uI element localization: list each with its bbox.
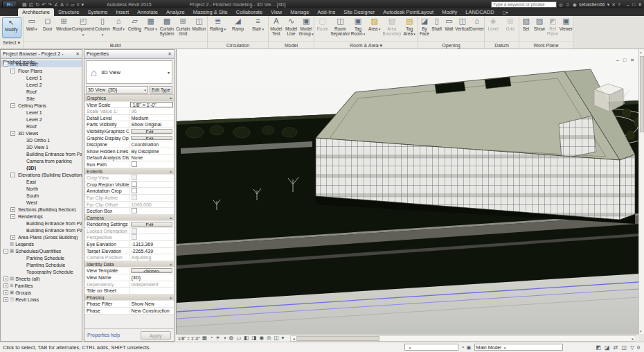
property-row[interactable]: Camera Position Adjusting [84,254,174,261]
property-row[interactable]: Visibility/Graphics Ov... Edit... [84,128,174,135]
tree-item[interactable]: Parking Schedule [1,254,82,261]
property-row[interactable]: Graphic Display Opti... Edit... [84,135,174,142]
tree-expander-icon[interactable] [19,89,24,94]
infocenter-icon[interactable]: ◉ [573,1,577,8]
tree-expander-icon[interactable] [3,242,8,247]
property-row[interactable]: View Name {3D} [84,274,174,281]
tree-item[interactable]: Level 1 [1,74,82,81]
close-icon[interactable]: ✕ [75,50,80,58]
property-row[interactable]: Graphics [84,95,174,102]
ribbon-button[interactable]: ▢ Room [314,17,331,31]
qat-icon[interactable]: ↻ [35,1,39,8]
ribbon-button[interactable]: ▦ Floor [143,17,159,32]
tree-item[interactable]: East [1,178,82,185]
scrollbar-thumb[interactable] [640,56,644,132]
property-row[interactable]: Title on Sheet [84,288,174,294]
window-control[interactable]: – [627,1,629,8]
tree-expander-icon[interactable] [19,228,24,233]
tree-expander-icon[interactable] [19,124,24,129]
select-dropdown[interactable]: Select ▾ [3,38,20,46]
property-row[interactable]: Far Clip Offset 1000.000 [84,202,174,209]
scale-button[interactable]: 1/8" = 1'-0" [178,336,200,341]
tree-item[interactable]: Building Entrance from Parking Lot [1,227,82,234]
tree-item[interactable]: − ▤ Views (all) [1,60,82,67]
tree-item[interactable]: Planting Schedule [1,261,82,268]
panel-label-circulation[interactable]: Circulation [208,41,268,49]
properties-help-link[interactable]: Properties help [87,333,120,337]
property-row[interactable]: Dependency Independent [84,281,174,288]
status-toggle-icon[interactable]: ◫ [621,344,627,351]
view-window-control[interactable]: ✕ [630,58,634,63]
tree-expander-icon[interactable] [19,263,24,267]
tree-item[interactable]: South [1,192,82,199]
tree-item[interactable]: − Floor Plans [1,67,82,74]
tree-expander-icon[interactable] [19,138,24,143]
ribbon-button[interactable]: ▩ Curtain System [159,17,175,36]
qat-icon[interactable]: ▤ [22,1,27,8]
tree-item[interactable]: + Sections (Building Section) [1,206,82,213]
modify-button[interactable]: ↖ Modify [2,17,21,38]
scroll-left-icon[interactable]: ◂ [291,336,296,341]
ribbon-button[interactable]: ◫ Room Separator [331,17,350,36]
tree-expander-icon[interactable]: − [3,62,8,67]
panel-label-build[interactable]: Build [24,41,207,49]
property-row[interactable]: Show Hidden Lines By Discipline [84,148,174,155]
ribbon-button[interactable]: ∿ Model Line [284,17,299,36]
tree-item[interactable]: Building Entrance from Parking Lot [1,220,82,227]
tree-item[interactable]: + ▣ Groups [1,289,82,296]
ribbon-button[interactable]: A Model Text [269,17,284,36]
tree-expander-icon[interactable] [19,166,24,170]
ribbon-button[interactable]: ▨ Area [366,17,383,32]
ribbon-button[interactable]: ◫ Mullion [191,17,207,31]
help-icon[interactable]: ? [618,1,620,8]
property-row[interactable]: Extents [84,168,174,175]
tree-item[interactable]: + ▤ Sheets (all) [1,275,82,282]
ribbon-tab[interactable]: Architecture [18,8,54,16]
property-row[interactable]: Discipline Coordination [84,141,174,148]
ribbon-button[interactable]: ▭ Wall [24,17,39,32]
user-dropdown-icon[interactable]: ▾ [607,1,610,8]
tree-item[interactable]: Building Entrance from Parking Lo [1,150,82,157]
scrollbar-thumb[interactable] [296,336,379,341]
tree-item[interactable]: Roof [1,88,82,95]
tree-item[interactable]: West [1,199,82,206]
tree-item[interactable]: 3D View 1 [1,143,82,150]
panel-label-opening[interactable]: Opening [418,41,484,49]
ribbon-button[interactable]: ◩ Ref Plane [546,17,560,36]
property-row[interactable]: Scale Value 1: 96 [84,108,174,115]
tree-expander-icon[interactable]: − [10,173,15,177]
property-row[interactable]: View Scale 1/8" = 1'-0" [84,102,174,109]
tree-expander-icon[interactable]: + [10,235,15,240]
workset-icon[interactable]: ◔ [461,344,465,351]
tree-expander-icon[interactable] [19,270,24,274]
tree-expander-icon[interactable] [19,152,24,157]
qat-icon[interactable]: ∠ [54,1,58,8]
tree-expander-icon[interactable] [19,179,24,184]
property-row[interactable]: Detail Level Medium [84,115,174,122]
worksets-combo[interactable] [404,344,458,351]
ribbon-tab[interactable]: Analyze [162,8,189,16]
property-row[interactable]: Crop View [84,175,174,182]
ribbon-tab[interactable]: Systems [83,8,111,16]
ribbon-button[interactable]: ▧ Set [519,17,533,31]
tree-item[interactable]: 3D Ortho 1 [1,137,82,143]
tree-expander-icon[interactable]: + [3,297,8,302]
infocenter-icon[interactable]: ◎ [559,1,563,8]
view-window-control[interactable]: □ [623,58,626,63]
view-control-icon[interactable]: ◫ [274,335,279,342]
tree-item[interactable]: − ▦ Schedules/Quantities [1,247,82,254]
ribbon-button[interactable]: ⊞ Window [56,17,72,31]
tree-expander-icon[interactable]: − [10,103,15,108]
ribbon-tab[interactable]: Manage [286,8,313,16]
ribbon-button[interactable]: ▣ Model Group [298,17,314,37]
tree-item[interactable]: Camera from parking [1,157,82,164]
ribbon-button[interactable]: ▭ Wall [443,17,456,31]
ribbon-tab[interactable]: Modify [438,8,461,16]
qat-icon[interactable]: ≡ [76,1,79,8]
properties-header[interactable]: Properties ✕ [84,50,174,59]
ribbon-button[interactable]: ◪ By Face [418,17,431,36]
property-row[interactable]: Default Analysis Displ... None [84,155,174,161]
infocenter-search-input[interactable] [491,1,557,8]
tree-expander-icon[interactable]: − [10,69,15,73]
tree-item[interactable]: Site [1,95,82,102]
